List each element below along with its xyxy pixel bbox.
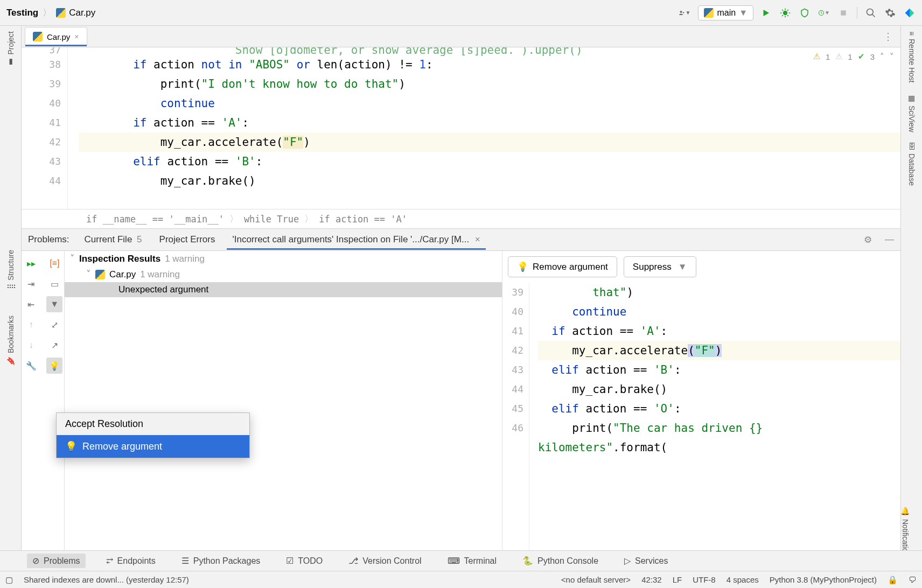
run-icon[interactable] — [760, 7, 772, 19]
problems-panel-body: ▸▸ [≡] ⇥ ▭ ⇤ ▼ ↑ ⤢ ↓ ↗ 🔧 💡 ˅ Inspection … — [22, 251, 900, 571]
autoscroll-icon[interactable]: ⤢ — [46, 317, 62, 333]
next-icon[interactable]: ↓ — [23, 337, 39, 353]
tool-version-control[interactable]: ⎇Version Control — [343, 554, 427, 568]
expand-icon[interactable]: ⇥ — [23, 276, 39, 292]
popup-item-label: Remove argument — [82, 441, 162, 452]
filter-icon[interactable]: ▼ — [46, 296, 62, 312]
tool-endpoints[interactable]: ⥂Endpoints — [101, 554, 161, 568]
endpoints-icon: ⥂ — [106, 556, 113, 566]
editor-code-area[interactable]: Show [o]dometer, or show average [s]peed… — [68, 47, 900, 209]
tool-problems[interactable]: ⊘Problems — [27, 554, 86, 568]
code-crumb[interactable]: while True — [244, 214, 299, 225]
remote-host-button[interactable]: ≡ Remote Host — [907, 26, 916, 88]
tab-current-file[interactable]: Current File 5 — [82, 230, 144, 249]
open-icon[interactable]: ↗ — [46, 337, 62, 353]
editor-gutter: 3738394041424344 — [22, 47, 68, 209]
bulb-icon: 💡 — [517, 261, 528, 272]
database-icon: 🗄 — [907, 143, 916, 150]
collapse-icon[interactable]: ⇤ — [23, 296, 39, 312]
editor-tab-car[interactable]: Car.py × — [25, 27, 87, 46]
popup-remove-argument[interactable]: 💡 Remove argument — [57, 435, 249, 458]
run-config-selector[interactable]: main ▼ — [698, 5, 753, 20]
remove-argument-button[interactable]: 💡 Remove argument — [508, 256, 617, 277]
status-window-icon[interactable]: ▢ — [5, 575, 13, 585]
code-crumb[interactable]: if __name__ == '__main__' — [86, 214, 224, 225]
jetbrains-icon[interactable] — [904, 7, 916, 19]
badge-count: 1 — [826, 52, 830, 61]
svg-rect-3 — [841, 10, 846, 15]
tool-services[interactable]: ▷Services — [619, 554, 673, 568]
tool-python-packages[interactable]: ☰Python Packages — [176, 554, 266, 568]
preview-gutter: 3940414243444546 — [502, 283, 529, 571]
chevron-down-icon[interactable]: ˅ — [890, 52, 894, 61]
more-icon[interactable]: ⋮ — [876, 31, 900, 43]
status-server[interactable]: <no default server> — [561, 575, 631, 584]
database-label: Database — [907, 153, 916, 186]
tool-label: Python Packages — [193, 556, 261, 566]
tool-todo[interactable]: ☑TODO — [281, 554, 328, 568]
inspection-badges[interactable]: ⚠1 ⚠1 ✔3 ˄ ˅ — [813, 52, 894, 61]
breadcrumb-file[interactable]: Car.py — [56, 8, 95, 18]
bookmarks-tool-button[interactable]: 🔖 Bookmarks — [6, 310, 15, 371]
help-icon[interactable]: 🗩 — [909, 575, 917, 584]
status-indent[interactable]: 4 spaces — [727, 575, 759, 584]
bulb-icon[interactable]: 💡 — [46, 358, 62, 374]
gear-icon[interactable] — [884, 7, 896, 19]
breadcrumb-project[interactable]: Testing — [6, 8, 38, 18]
code-breadcrumbs[interactable]: if __name__ == '__main__'〉while True〉if … — [22, 209, 900, 228]
rerun-icon[interactable]: ▸▸ — [23, 255, 39, 271]
project-label: Project — [6, 31, 15, 55]
tree-file-count: 1 warning — [140, 269, 180, 280]
problems-toolbar: ▸▸ [≡] ⇥ ▭ ⇤ ▼ ↑ ⤢ ↓ ↗ 🔧 💡 — [22, 251, 65, 571]
code-editor[interactable]: 3738394041424344 Show [o]dometer, or sho… — [22, 47, 900, 209]
chevron-up-icon[interactable]: ˄ — [880, 52, 884, 61]
sciview-icon: ▦ — [907, 94, 916, 102]
tool-python-console[interactable]: 🐍Python Console — [517, 554, 604, 568]
run-config-label: main — [717, 8, 736, 18]
tree-file[interactable]: ˅ Car.py 1 warning — [65, 267, 502, 282]
coverage-icon[interactable] — [799, 7, 811, 19]
gear-icon[interactable]: ⚙ — [864, 234, 872, 246]
status-caret-pos[interactable]: 42:32 — [641, 575, 662, 584]
export-icon[interactable]: ▭ — [46, 276, 62, 292]
tab-inspection[interactable]: 'Incorrect call arguments' Inspection on… — [230, 230, 482, 249]
inspection-tree[interactable]: ˅ Inspection Results 1 warning ˅ Car.py … — [65, 251, 502, 571]
python-icon — [704, 8, 714, 18]
minimize-icon[interactable]: — — [885, 234, 894, 245]
prev-icon[interactable]: ↑ — [23, 317, 39, 333]
project-tool-button[interactable]: ▮ Project — [6, 26, 15, 72]
status-indexing[interactable]: Shared indexes are downl... (yesterday 1… — [24, 575, 189, 584]
tree-issue-label: Unexpected argument — [118, 284, 208, 295]
status-sdk[interactable]: Python 3.8 (MyPythonProject) — [770, 575, 877, 584]
tree-issue[interactable]: Unexpected argument — [65, 282, 502, 297]
suppress-button[interactable]: Suppress ▼ — [624, 256, 696, 277]
sciview-button[interactable]: ▦ SciView — [907, 88, 916, 138]
debug-icon[interactable] — [779, 7, 791, 19]
highlight-icon[interactable]: [≡] — [46, 255, 62, 271]
preview-code[interactable]: that") continue if action == 'A': my_car… — [529, 283, 900, 571]
svg-point-4 — [867, 9, 874, 15]
badge-count: 3 — [870, 52, 875, 61]
quickfix-popup: Accept Resolution 💡 Remove argument — [56, 412, 250, 458]
add-user-icon[interactable]: ▼ — [679, 7, 690, 19]
tab-project-errors[interactable]: Project Errors — [157, 230, 218, 249]
tree-root[interactable]: ˅ Inspection Results 1 warning — [65, 251, 502, 267]
settings-icon[interactable]: 🔧 — [23, 358, 39, 374]
terminal-icon: ⌨ — [448, 556, 460, 566]
status-encoding[interactable]: UTF-8 — [693, 575, 716, 584]
stop-icon[interactable] — [837, 7, 849, 19]
tool-label: Python Console — [537, 556, 598, 566]
folder-icon: ▮ — [6, 58, 15, 67]
profile-icon[interactable]: ▼ — [818, 7, 830, 19]
popup-accept-resolution[interactable]: Accept Resolution — [57, 413, 249, 435]
lock-icon[interactable]: 🔒 — [888, 575, 898, 585]
close-icon[interactable]: × — [74, 32, 79, 41]
close-icon[interactable]: × — [475, 234, 480, 244]
structure-tool-button[interactable]: ⣿ Structure — [6, 244, 15, 295]
search-icon[interactable] — [865, 7, 877, 19]
status-line-sep[interactable]: LF — [673, 575, 682, 584]
tool-terminal[interactable]: ⌨Terminal — [442, 554, 502, 568]
code-crumb[interactable]: if action == 'A' — [319, 214, 407, 225]
database-button[interactable]: 🗄 Database — [907, 137, 916, 191]
editor-tab-label: Car.py — [47, 32, 70, 41]
